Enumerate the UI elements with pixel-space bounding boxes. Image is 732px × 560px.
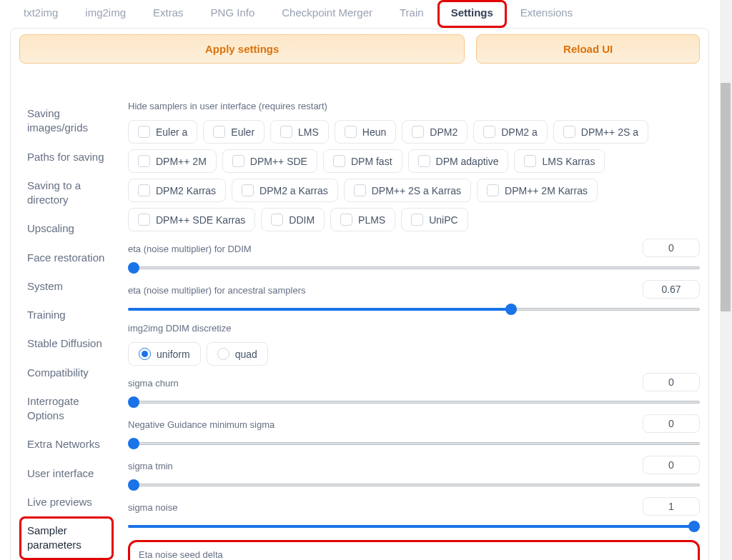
tab-extensions[interactable]: Extensions (507, 0, 586, 28)
sigma-churn-slider[interactable] (128, 396, 700, 409)
sampler-label: DPM2 Karras (156, 185, 216, 196)
sampler-label: DPM2 a (501, 126, 538, 138)
eta-ancestral-slider[interactable] (128, 303, 700, 316)
tab-extras[interactable]: Extras (139, 0, 197, 28)
hide-samplers-label: Hide samplers in user interface (require… (128, 101, 700, 111)
sampler-label: DPM++ 2M (156, 156, 207, 167)
sidebar-item-system[interactable]: System (19, 272, 114, 301)
tab-checkpoint-merger[interactable]: Checkpoint Merger (268, 0, 386, 28)
discretize-uniform[interactable]: uniform (128, 342, 201, 366)
sidebar-item-compatibility[interactable]: Compatibility (19, 359, 114, 387)
sigma-churn-label: sigma churn (128, 378, 634, 389)
neg-guidance-label: Negative Guidance minimum sigma (128, 419, 634, 430)
checkbox-icon (524, 155, 536, 167)
sampler-chip-euler[interactable]: Euler (203, 120, 264, 144)
sidebar-item-interrogate-options[interactable]: Interrogate Options (19, 387, 114, 431)
sampler-chip-dpm-2m-karras[interactable]: DPM++ 2M Karras (477, 179, 598, 202)
sampler-label: DPM2 (430, 126, 458, 138)
sampler-chip-dpm-adaptive[interactable]: DPM adaptive (408, 149, 509, 173)
sampler-chip-lms-karras[interactable]: LMS Karras (514, 149, 605, 173)
checkbox-icon (280, 126, 292, 138)
sidebar-item-saving-images-grids[interactable]: Saving images/grids (19, 99, 114, 143)
sampler-chip-dpm2-karras[interactable]: DPM2 Karras (128, 179, 226, 202)
sampler-label: Euler (231, 126, 254, 138)
sidebar-item-upscaling[interactable]: Upscaling (19, 214, 114, 243)
sigma-noise-label: sigma noise (128, 502, 634, 513)
reload-ui-button[interactable]: Reload UI (476, 34, 700, 64)
sampler-label: LMS (298, 126, 319, 138)
eta-ddim-value[interactable]: 0 (643, 239, 700, 257)
radio-icon (217, 348, 229, 360)
sampler-chip-plms[interactable]: PLMS (330, 208, 395, 231)
tab-png-info[interactable]: PNG Info (197, 0, 269, 28)
tab-settings[interactable]: Settings (437, 0, 507, 28)
checkbox-icon (138, 126, 150, 138)
sidebar-item-face-restoration[interactable]: Face restoration (19, 244, 114, 272)
eta-ancestral-value[interactable]: 0.67 (643, 280, 700, 299)
sampler-label: DPM++ 2S a (581, 126, 638, 138)
sampler-chip-unipc[interactable]: UniPC (401, 208, 468, 231)
sigma-noise-value[interactable]: 1 (643, 497, 700, 516)
checkbox-icon (345, 126, 357, 138)
tab-img2img[interactable]: img2img (71, 0, 139, 28)
sampler-chip-heun[interactable]: Heun (335, 120, 396, 144)
sigma-noise-slider[interactable] (128, 520, 700, 533)
sampler-label: Euler a (156, 126, 187, 138)
sampler-chip-dpm-2s-a-karras[interactable]: DPM++ 2S a Karras (344, 179, 471, 202)
checkbox-icon (340, 214, 352, 226)
sampler-label: DDIM (289, 214, 315, 226)
tab-train[interactable]: Train (386, 0, 437, 28)
sigma-tmin-label: sigma tmin (128, 461, 634, 471)
sampler-chip-dpm2-a-karras[interactable]: DPM2 a Karras (232, 179, 338, 202)
sampler-chip-ddim[interactable]: DDIM (261, 208, 325, 231)
sampler-label: DPM fast (351, 156, 392, 167)
sampler-chip-dpm2[interactable]: DPM2 (402, 120, 468, 144)
checkbox-icon (483, 126, 495, 138)
checkbox-icon (271, 214, 283, 226)
checkbox-icon (138, 155, 150, 167)
sidebar-item-saving-to-a-directory[interactable]: Saving to a directory (19, 171, 114, 215)
checkbox-icon (487, 184, 499, 196)
checkbox-icon (354, 184, 366, 196)
scrollbar-thumb[interactable] (721, 83, 731, 311)
ddim-discretize-label: img2img DDIM discretize (128, 323, 700, 334)
sigma-tmin-slider[interactable] (128, 479, 700, 491)
apply-settings-button[interactable]: Apply settings (19, 34, 465, 64)
sampler-label: DPM++ 2S a Karras (372, 185, 461, 196)
sidebar-item-training[interactable]: Training (19, 301, 114, 329)
sigma-tmin-value[interactable]: 0 (643, 456, 700, 474)
sampler-label: DPM2 a Karras (259, 185, 328, 196)
checkbox-icon (563, 126, 575, 138)
checkbox-icon (333, 155, 345, 167)
page-scrollbar[interactable] (720, 0, 732, 560)
sidebar-item-extra-networks[interactable]: Extra Networks (19, 430, 114, 459)
sigma-churn-value[interactable]: 0 (643, 373, 700, 391)
radio-label: uniform (157, 349, 190, 360)
sampler-label: DPM++ SDE (250, 156, 307, 167)
sidebar-item-sampler-parameters[interactable]: Sampler parameters (19, 516, 114, 560)
neg-guidance-value[interactable]: 0 (643, 414, 700, 433)
eta-ancestral-label: eta (noise multiplier) for ancestral sam… (128, 285, 634, 296)
tab-txt2img[interactable]: txt2img (10, 0, 71, 28)
checkbox-icon (232, 155, 244, 167)
sidebar-item-stable-diffusion[interactable]: Stable Diffusion (19, 329, 114, 358)
sidebar-item-user-interface[interactable]: User interface (19, 459, 114, 488)
eta-ddim-slider[interactable] (128, 261, 700, 274)
neg-guidance-slider[interactable] (128, 437, 700, 450)
sidebar-item-paths-for-saving[interactable]: Paths for saving (19, 143, 114, 171)
sampler-chip-dpm-2s-a[interactable]: DPM++ 2S a (553, 120, 648, 144)
sampler-chip-dpm-sde-karras[interactable]: DPM++ SDE Karras (128, 208, 255, 231)
sampler-chip-dpm2-a[interactable]: DPM2 a (473, 120, 548, 144)
sampler-chip-euler-a[interactable]: Euler a (128, 120, 197, 144)
discretize-quad[interactable]: quad (207, 342, 268, 366)
sidebar-item-live-previews[interactable]: Live previews (19, 488, 114, 516)
checkbox-icon (242, 184, 254, 196)
sampler-label: UniPC (429, 214, 458, 226)
checkbox-icon (138, 184, 150, 196)
sampler-chip-dpm-2m[interactable]: DPM++ 2M (128, 149, 217, 173)
eta-ddim-label: eta (noise multiplier) for DDIM (128, 244, 634, 254)
sampler-chip-lms[interactable]: LMS (270, 120, 329, 144)
eta-seed-delta-label: Eta noise seed delta (139, 549, 689, 560)
sampler-chip-dpm-fast[interactable]: DPM fast (323, 149, 402, 173)
sampler-chip-dpm-sde[interactable]: DPM++ SDE (222, 149, 317, 173)
